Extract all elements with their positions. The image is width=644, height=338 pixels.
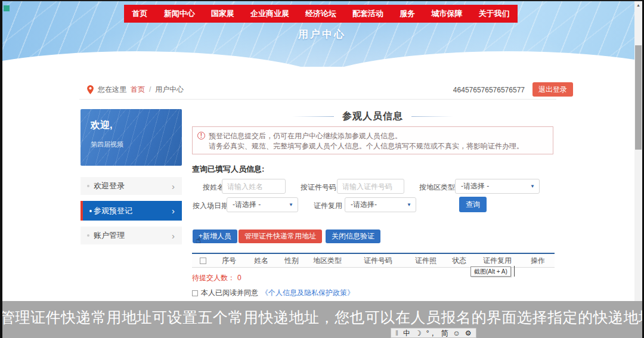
column-header: 状态 [445,256,473,266]
id-number-input[interactable] [337,179,404,194]
cert-reuse-filter-label: 证件复用 [314,201,342,211]
user-number: 464576576576576577 [411,86,525,94]
sidebar-menu: 欢迎登录 › 参观预登记 › 账户管理 › [80,177,182,250]
breadcrumb-current: 用户中心 [155,85,184,95]
sidebar-item-label: 参观预登记 [94,206,132,216]
sidebar-menu-item[interactable]: 账户管理 › [80,227,182,244]
pending-count-value: 0 [237,274,242,282]
agreement-text: 本人已阅读并同意 [201,288,258,298]
region-filter-label: 按地区类型 [419,182,455,193]
region-select[interactable]: -请选择 - ▼ [455,179,540,194]
page-title: 用户中心 [0,27,644,41]
info-alert-icon: ! [197,132,205,139]
privacy-policy-link[interactable]: 《个人信息及隐私保护政策》 [261,288,354,298]
chevron-right-icon: › [172,182,175,191]
scrollbar-thumb[interactable] [635,45,642,150]
nav-item[interactable]: 企业商业展 [250,8,289,19]
section-title-text: 参观人员信息 [342,110,403,123]
cert-reuse-select-value: -请选择- [351,200,377,210]
subtitle-text: 管理证件快递常用地址可设置五个常用快递地址，您也可以在人员报名的界面选择指定的快… [0,309,644,325]
nav-item[interactable]: 新闻中心 [164,8,195,19]
entry-date-select[interactable]: -请选择 - ▼ [227,197,298,212]
ime-toolbar: ‖ 中 ☽ °， 简 ☺ ⚙ [391,328,476,338]
chevron-down-icon: ▼ [530,184,535,189]
select-all-checkbox[interactable] [200,258,206,264]
column-header: 证件照 [407,256,445,266]
column-header: 地区类型 [305,256,349,266]
column-header: 序号 [213,256,244,266]
notice-box: ! 预登记信息提交后，仍可在用户中心继续添加参观人员信息。 请务必真实、规范、完… [192,126,553,154]
welcome-card: 欢迎, 第四届视频 [80,109,182,166]
welcome-greeting: 欢迎, [91,119,112,132]
screenshot-tooltip: 截图(Alt + A) [470,266,511,277]
column-header: 姓名 [244,256,278,266]
agreement-row: 本人已阅读并同意 《个人信息及隐私保护政策》 [192,288,354,298]
ime-language-mode[interactable]: 中 [403,330,410,337]
id-number-filter-label: 按证件号码 [301,182,336,193]
region-select-value: -请选择 - [461,181,489,191]
entry-date-filter-label: 按入场日期 [193,201,228,211]
breadcrumb-separator: / [149,85,151,94]
people-table-header: 序号姓名性别地区类型证件号码证件照状态证件复用操作 [192,253,555,268]
notice-line-2: 请务必真实、规范、完整填写参观人员个人信息。个人信息填写不规范或不真实，将影响证… [209,141,547,151]
user-center-page: 用户中心 首页新闻中心国家展企业商业展经济论坛配套活动服务城市保障关于我们 ▲ … [0,0,644,338]
breadcrumb-home-link[interactable]: 首页 [131,85,145,95]
name-filter-label: 按姓名 [203,182,224,193]
pending-count-label: 待提交人数： [192,274,235,282]
breadcrumb: 您在这里 首页 / 用户中心 [87,84,184,95]
nav-item[interactable]: 首页 [132,8,148,19]
nav-item[interactable]: 配套活动 [352,8,383,19]
divider [79,99,556,100]
query-section-label: 查询已填写人员信息: [192,164,264,175]
pending-count: 待提交人数：0 [192,273,242,283]
text-cursor [514,266,515,277]
nav-item[interactable]: 服务 [400,8,415,19]
video-subtitle-bar: 管理证件快递常用地址可设置五个常用快递地址，您也可以在人员报名的界面选择指定的快… [0,301,644,338]
cert-reuse-select[interactable]: -请选择- ▼ [345,197,416,212]
mouse-cursor-icon: ☝ [196,235,201,246]
nav-item[interactable]: 城市保障 [431,8,462,19]
close-verification-button[interactable]: 关闭信息验证 [326,230,380,243]
scrollbar-up-arrow-icon[interactable]: ▲ [634,3,642,7]
entry-date-select-value: -请选择 - [233,200,261,210]
chevron-right-icon: › [172,231,175,240]
chevron-down-icon: ▼ [407,202,411,207]
logout-button[interactable]: 退出登录 [532,82,573,97]
manage-address-button[interactable]: 管理证件快递常用地址 [239,230,322,243]
column-header: 证件号码 [349,256,407,266]
gear-icon[interactable]: ⚙ [465,330,472,337]
moon-fullwidth-icon[interactable]: ☽ [415,330,422,337]
recording-indicator [4,5,10,11]
frame-edge-left [0,0,2,338]
chevron-right-icon: › [172,206,175,215]
main-navigation: 首页新闻中心国家展企业商业展经济论坛配套活动服务城市保障关于我们 [124,5,518,23]
nav-item[interactable]: 经济论坛 [305,8,336,19]
sidebar-item-label: 账户管理 [94,230,125,241]
column-header: 操作 [521,256,555,266]
column-header: 性别 [278,256,305,266]
ime-drag-handle[interactable]: ‖ [395,330,398,337]
name-input[interactable] [222,179,286,194]
breadcrumb-here-label: 您在这里 [98,85,126,95]
column-header: 证件复用 [473,256,521,266]
nav-item[interactable]: 关于我们 [478,8,509,19]
notice-line-1: 预登记信息提交后，仍可在用户中心继续添加参观人员信息。 [209,131,547,141]
location-pin-icon [87,85,94,94]
welcome-subtitle: 第四届视频 [91,140,123,149]
ime-punctuation-mode[interactable]: °， [426,330,436,337]
sidebar-item-label: 欢迎登录 [94,181,125,191]
chevron-down-icon: ▼ [289,202,293,207]
welcome-card-photo [80,109,182,166]
sidebar-menu-item[interactable]: 参观预登记 › [80,201,182,221]
sidebar-menu-item[interactable]: 欢迎登录 › [80,177,182,195]
ime-charset-simplified[interactable]: 简 [441,330,448,337]
frame-edge-top [0,0,644,1]
emoji-icon[interactable]: ☺ [453,330,460,337]
search-button[interactable]: 查询 [459,197,487,212]
scrollbar[interactable]: ▲ [634,0,642,301]
section-title: 参观人员信息 [191,110,555,123]
nav-item[interactable]: 国家展 [211,8,234,19]
agreement-checkbox[interactable] [192,290,198,296]
